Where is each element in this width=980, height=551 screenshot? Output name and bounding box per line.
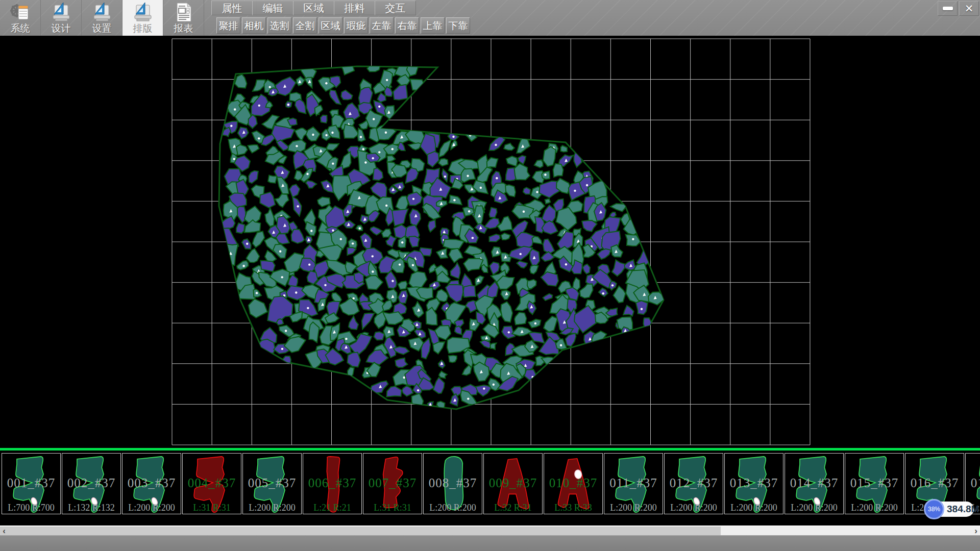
- piece-thumbnail-010_#37[interactable]: 010_#37L:33 R:33: [544, 453, 603, 514]
- nesting-layout-drawing: [0, 36, 980, 525]
- scrollbar-thumb[interactable]: [8, 527, 721, 535]
- tool-button-2[interactable]: 相机: [242, 17, 266, 34]
- memory-usage-badge[interactable]: 38% 384.8M: [924, 502, 974, 517]
- piece-lr-count-label: L:200 R:200: [785, 503, 843, 513]
- close-icon: ✕: [965, 3, 974, 15]
- menu-item-4[interactable]: 排料: [334, 1, 375, 15]
- tool-button-6[interactable]: 瑕疵: [344, 17, 368, 34]
- piece-thumbnail-013_#37[interactable]: 013_#37L:200 R:200: [724, 453, 783, 514]
- piece-thumbnail-001_#37[interactable]: 001_#37L:700 R:700: [2, 453, 61, 514]
- window-controls: ✕: [938, 1, 979, 16]
- tool-button-7[interactable]: 左靠: [370, 17, 394, 34]
- piece-lr-count-label: L:200 R:200: [665, 503, 723, 513]
- piece-id-label: 008_#37: [424, 476, 482, 490]
- ribbon-tab-1[interactable]: 系统: [0, 0, 41, 36]
- scroll-left-arrow-icon[interactable]: ‹: [0, 527, 8, 535]
- piece-thumbnail-002_#37[interactable]: 002_#37L:132 R:132: [62, 453, 121, 514]
- piece-thumbnail-005_#37[interactable]: 005_#37L:200 R:200: [242, 453, 302, 514]
- piece-id-label: 006_#37: [303, 476, 361, 490]
- piece-lr-count-label: L:700 R:700: [2, 503, 60, 513]
- piece-id-label: 014_#37: [785, 476, 843, 490]
- piece-thumbnail-009_#37[interactable]: 009_#37L:32 R:31: [483, 453, 543, 514]
- tool-button-3[interactable]: 选割: [267, 17, 291, 34]
- piece-lr-count-label: L:200 R:200: [243, 503, 301, 513]
- piece-thumbnail-012_#37[interactable]: 012_#37L:200 R:200: [664, 453, 723, 514]
- piece-thumbnail-011_#37[interactable]: 011_#37L:200 R:200: [604, 453, 663, 514]
- piece-thumbnail-015_#37[interactable]: 015_#37L:200 R:200: [845, 453, 904, 514]
- nesting-canvas[interactable]: [0, 36, 980, 525]
- piece-lr-count-label: L:200 R:200: [424, 503, 482, 513]
- status-bar: [0, 535, 980, 551]
- ribbon-tab-5[interactable]: 报表: [163, 0, 204, 36]
- ribbon-tab-label: 设置: [82, 22, 122, 35]
- piece-thumbnail-003_#37[interactable]: 003_#37L:200 R:200: [122, 453, 181, 514]
- piece-thumbnail-007_#37[interactable]: 007_#37L:31 R:31: [363, 453, 422, 514]
- piece-lr-count-label: L:200 R:200: [122, 503, 181, 513]
- piece-id-label: 007_#37: [363, 476, 422, 490]
- strip-separator: [0, 448, 980, 450]
- application-window: 系统设计设置排版报表 属性编辑区域排料交互 聚排相机选割全割区域瑕疵左靠右靠上靠…: [0, 0, 980, 551]
- piece-thumbnail-014_#37[interactable]: 014_#37L:200 R:200: [785, 453, 844, 514]
- piece-lr-count-label: L:31 R:31: [183, 503, 241, 513]
- close-button[interactable]: ✕: [959, 1, 979, 16]
- piece-thumbnail-004_#37[interactable]: 004_#37L:31 R:31: [182, 453, 241, 514]
- tool-button-row: 聚排相机选割全割区域瑕疵左靠右靠上靠下靠: [216, 17, 470, 34]
- piece-id-label: 011_#37: [604, 476, 663, 490]
- usage-percent-indicator: 38%: [924, 499, 944, 519]
- ribbon-tab-label: 设计: [41, 22, 81, 35]
- tool-button-8[interactable]: 右靠: [395, 17, 419, 34]
- minimize-button[interactable]: [938, 1, 958, 16]
- ribbon-tabs: 系统设计设置排版报表: [0, 0, 204, 36]
- memory-value: 384.8M: [947, 502, 979, 517]
- ribbon-tab-label: 排版: [122, 22, 163, 35]
- piece-lr-count-label: L:32 R:31: [484, 503, 542, 513]
- piece-lr-count-label: L:21 R:21: [303, 503, 361, 513]
- tool-button-9[interactable]: 上靠: [421, 17, 445, 34]
- piece-lr-count-label: L:31 R:31: [363, 503, 422, 513]
- piece-lr-count-label: L:33 R:33: [544, 503, 602, 513]
- piece-lr-count-label: L:132 R:132: [62, 503, 120, 513]
- piece-id-label: 001_#37: [2, 476, 60, 490]
- horizontal-scrollbar[interactable]: ‹ ›: [0, 525, 980, 535]
- piece-id-label: 004_#37: [183, 476, 241, 490]
- piece-thumbnail-006_#37[interactable]: 006_#37L:21 R:21: [303, 453, 362, 514]
- tool-button-1[interactable]: 聚排: [216, 17, 240, 34]
- ribbon-tab-2[interactable]: 设计: [41, 0, 82, 36]
- piece-id-label: 013_#37: [725, 476, 783, 490]
- piece-id-label: 009_#37: [484, 476, 542, 490]
- tool-button-4[interactable]: 全割: [293, 17, 317, 34]
- ribbon-tab-label: 报表: [163, 22, 204, 35]
- piece-lr-count-label: L:200 R:200: [845, 503, 903, 513]
- piece-thumbnail-strip: 001_#37L:700 R:700002_#37L:132 R:132003_…: [0, 453, 980, 515]
- piece-id-label: 012_#37: [665, 476, 723, 490]
- piece-id-label: 015_#37: [845, 476, 903, 490]
- piece-lr-count-label: L:200 R:200: [604, 503, 663, 513]
- piece-thumbnail-008_#37[interactable]: 008_#37L:200 R:200: [423, 453, 482, 514]
- piece-id-label: 017_#37: [966, 476, 980, 490]
- piece-id-label: 010_#37: [544, 476, 602, 490]
- menu-item-2[interactable]: 编辑: [252, 1, 293, 15]
- menu-item-1[interactable]: 属性: [211, 1, 253, 15]
- menu-item-3[interactable]: 区域: [293, 1, 334, 15]
- ribbon-tab-3[interactable]: 设置: [82, 0, 122, 36]
- piece-id-label: 016_#37: [905, 476, 964, 490]
- piece-lr-count-label: L:200 R:200: [725, 503, 783, 513]
- tool-button-5[interactable]: 区域: [318, 17, 342, 34]
- ribbon-tab-label: 系统: [0, 22, 40, 35]
- menu-item-5[interactable]: 交互: [375, 1, 416, 15]
- menu-bar: 属性编辑区域排料交互: [211, 1, 415, 15]
- piece-id-label: 003_#37: [122, 476, 181, 490]
- ribbon-tab-4[interactable]: 排版: [122, 0, 163, 36]
- main-toolbar: 系统设计设置排版报表 属性编辑区域排料交互 聚排相机选割全割区域瑕疵左靠右靠上靠…: [0, 0, 980, 36]
- minimize-icon: [943, 7, 953, 10]
- tool-button-10[interactable]: 下靠: [446, 17, 470, 34]
- piece-id-label: 002_#37: [62, 476, 120, 490]
- piece-id-label: 005_#37: [243, 476, 301, 490]
- scroll-right-arrow-icon[interactable]: ›: [972, 527, 980, 535]
